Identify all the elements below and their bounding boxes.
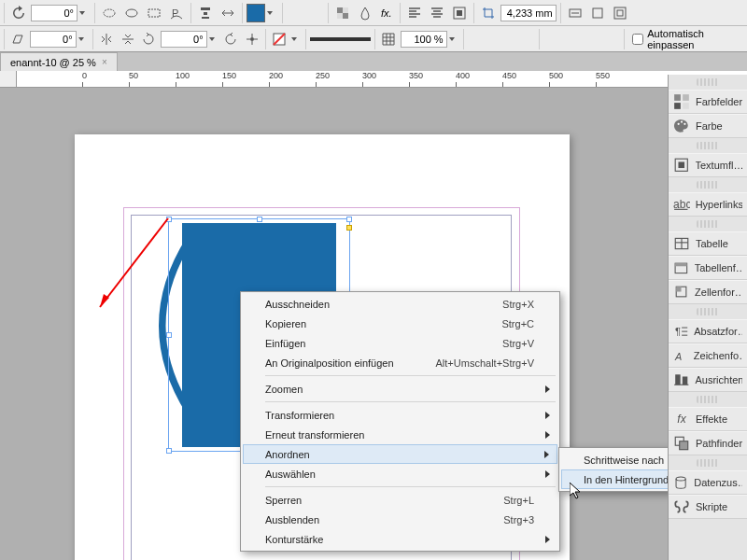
fit-content-icon[interactable] bbox=[587, 3, 608, 23]
menu-stroke-weight[interactable]: Konturstärke bbox=[243, 529, 557, 549]
close-icon[interactable]: × bbox=[102, 57, 107, 67]
fx-icon: fx bbox=[673, 411, 690, 427]
menu-lock[interactable]: SperrenStrg+L bbox=[243, 490, 557, 510]
panel-character-styles[interactable]: AZeichenfo… bbox=[669, 343, 747, 368]
svg-point-26 bbox=[681, 120, 683, 122]
svg-rect-4 bbox=[201, 7, 210, 10]
menu-retransform[interactable]: Erneut transformieren bbox=[243, 425, 557, 444]
textwrap-icon bbox=[673, 157, 690, 174]
ellipse-icon[interactable] bbox=[121, 3, 142, 23]
svg-point-27 bbox=[684, 123, 685, 125]
handle-bl[interactable] bbox=[166, 448, 172, 454]
dropdown-icon[interactable] bbox=[267, 11, 278, 15]
panel-grip[interactable] bbox=[697, 142, 719, 149]
rotation-input-3[interactable] bbox=[161, 31, 207, 48]
text-align-center-icon[interactable] bbox=[427, 3, 447, 23]
svg-line-19 bbox=[100, 218, 168, 307]
menu-zoom[interactable]: Zoomen bbox=[243, 379, 557, 399]
cell-styles-icon bbox=[673, 284, 689, 301]
panel-scripts[interactable]: Skripte bbox=[669, 495, 747, 519]
dropdown-icon[interactable] bbox=[78, 37, 89, 41]
panel-grip[interactable] bbox=[697, 78, 719, 86]
panel-data-merge[interactable]: Datenzus… bbox=[669, 470, 747, 495]
handle-tr[interactable] bbox=[346, 225, 352, 231]
panel-pathfinder[interactable]: Pathfinder bbox=[669, 431, 747, 455]
svg-point-49 bbox=[676, 477, 685, 481]
inset-input[interactable] bbox=[500, 5, 557, 21]
panel-swatches[interactable]: Farbfelder bbox=[669, 90, 747, 114]
grid-icon[interactable] bbox=[379, 29, 399, 49]
submenu-arrow-icon bbox=[545, 536, 550, 543]
panel-grip[interactable] bbox=[697, 459, 719, 467]
panel-effects[interactable]: fxEffekte bbox=[669, 407, 747, 431]
fill-opacity-icon[interactable] bbox=[332, 3, 353, 23]
panel-textwrap[interactable]: Textumfl… bbox=[669, 153, 747, 177]
svg-rect-13 bbox=[593, 8, 602, 18]
panel-hyperlinks[interactable]: abcHyperlinks bbox=[669, 192, 747, 217]
rotate-icon[interactable] bbox=[8, 3, 29, 23]
convert-point-icon[interactable] bbox=[242, 29, 261, 49]
rotate-ccw-icon[interactable] bbox=[221, 29, 241, 49]
drop-icon[interactable] bbox=[355, 3, 375, 23]
dropdown-icon[interactable] bbox=[291, 37, 302, 41]
document-tab[interactable]: enannt-10 @ 25 % × bbox=[0, 52, 118, 71]
para-styles-icon: ¶ bbox=[673, 323, 688, 340]
type-on-path-icon[interactable]: P bbox=[166, 3, 187, 23]
text-align-left-icon[interactable] bbox=[404, 3, 425, 23]
rect-dashed-icon[interactable] bbox=[144, 3, 164, 23]
panel-table[interactable]: Tabelle bbox=[669, 231, 747, 256]
ruler-origin[interactable] bbox=[0, 71, 17, 88]
menu-cut[interactable]: AusschneidenStrg+X bbox=[243, 294, 557, 314]
link-icon: abc bbox=[673, 196, 690, 213]
menu-paste-in-place[interactable]: An Originalposition einfügenAlt+Umschalt… bbox=[243, 353, 557, 372]
menu-select[interactable]: Auswählen bbox=[243, 464, 557, 483]
text-wrap-icon[interactable] bbox=[449, 3, 470, 23]
crop-icon[interactable] bbox=[478, 3, 499, 23]
auto-fit-checkbox[interactable]: Automatisch einpassen bbox=[632, 28, 745, 50]
handle-tr[interactable] bbox=[346, 217, 352, 222]
flip-v-icon[interactable] bbox=[118, 29, 137, 49]
fill-color-swatch[interactable] bbox=[247, 4, 265, 22]
handle-tc[interactable] bbox=[257, 217, 262, 222]
svg-point-1 bbox=[126, 9, 137, 17]
rotate-cw-icon[interactable] bbox=[139, 29, 159, 49]
handle-ml[interactable] bbox=[166, 332, 172, 338]
panel-grip[interactable] bbox=[697, 308, 719, 315]
swatches-icon bbox=[673, 93, 690, 110]
rotation-input-2[interactable] bbox=[30, 31, 77, 48]
panel-color[interactable]: Farbe bbox=[669, 114, 747, 138]
flip-h-icon[interactable] bbox=[97, 29, 117, 49]
dropdown-icon[interactable] bbox=[209, 37, 219, 41]
menu-hide[interactable]: AusblendenStrg+3 bbox=[243, 510, 557, 529]
menu-copy[interactable]: KopierenStrg+C bbox=[243, 314, 557, 333]
panel-grip[interactable] bbox=[697, 181, 719, 189]
panel-grip[interactable] bbox=[697, 220, 719, 228]
panel-paragraph-styles[interactable]: ¶Absatzfor… bbox=[669, 319, 747, 343]
center-content-icon[interactable] bbox=[610, 3, 630, 23]
table-styles-icon bbox=[673, 259, 689, 276]
distribute-icon[interactable] bbox=[218, 3, 238, 23]
svg-rect-45 bbox=[683, 377, 687, 385]
dropdown-icon[interactable] bbox=[79, 11, 91, 15]
menu-paste[interactable]: EinfügenStrg+V bbox=[243, 333, 557, 353]
menu-arrange[interactable]: Anordnen bbox=[243, 444, 557, 464]
shear-icon[interactable] bbox=[8, 29, 28, 49]
palette-icon bbox=[673, 118, 690, 134]
panel-table-styles[interactable]: Tabellenf… bbox=[669, 256, 747, 280]
submenu-arrow-icon bbox=[545, 412, 550, 419]
ellipse-dashed-icon[interactable] bbox=[99, 3, 120, 23]
panel-align[interactable]: Ausrichten bbox=[669, 368, 747, 392]
submenu-arrow-icon bbox=[545, 385, 550, 393]
svg-rect-29 bbox=[678, 162, 684, 169]
panel-grip[interactable] bbox=[697, 396, 719, 403]
dropdown-icon[interactable] bbox=[449, 37, 459, 41]
align-icon[interactable] bbox=[195, 3, 216, 23]
fit-frame-icon[interactable] bbox=[565, 3, 585, 23]
none-icon[interactable] bbox=[270, 29, 289, 49]
menu-transform[interactable]: Transformieren bbox=[243, 405, 557, 425]
panel-cell-styles[interactable]: Zellenfor… bbox=[669, 280, 747, 304]
zoom-input[interactable] bbox=[401, 31, 447, 48]
toolbar-row1: P fx. bbox=[0, 0, 747, 26]
rotation-input-1[interactable] bbox=[31, 5, 78, 21]
mouse-cursor bbox=[570, 483, 585, 501]
